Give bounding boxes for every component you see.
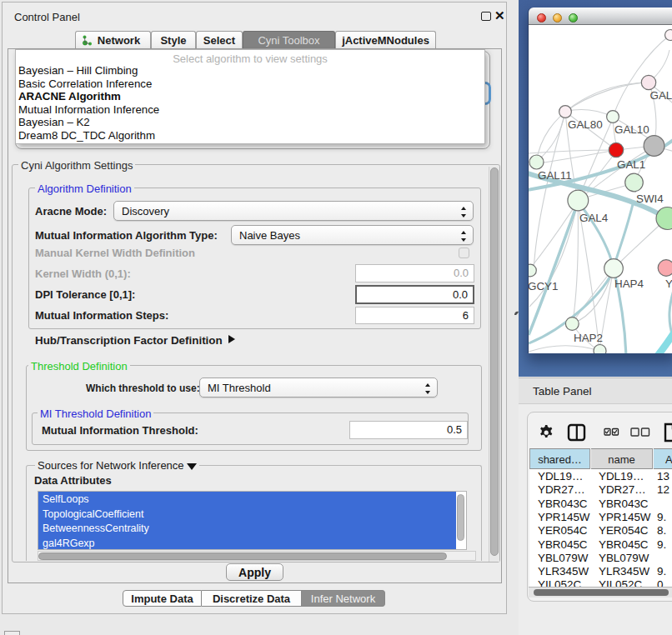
svg-text:GAL10: GAL10 [614, 123, 649, 136]
svg-text:GAL11: GAL11 [538, 169, 572, 182]
svg-text:HAP4: HAP4 [614, 278, 644, 290]
svg-text:SWI4: SWI4 [636, 192, 664, 205]
svg-text:GAL1: GAL1 [617, 158, 645, 171]
svg-text:YJ: YJ [665, 278, 672, 290]
svg-text:GCY1: GCY1 [529, 280, 558, 292]
svg-text:HAP2: HAP2 [574, 332, 603, 344]
svg-text:GAL80: GAL80 [568, 118, 603, 131]
svg-text:GAL7: GAL7 [650, 89, 672, 102]
svg-text:GAL4: GAL4 [579, 212, 609, 224]
